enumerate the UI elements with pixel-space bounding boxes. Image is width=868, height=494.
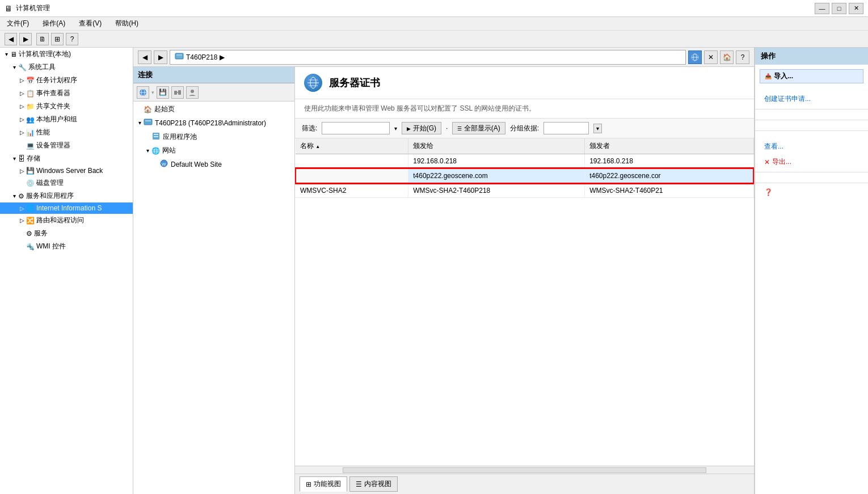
server-conn-icon <box>144 117 153 128</box>
tree-win-server-backup[interactable]: ▷ 💾 Windows Server Back <box>0 165 133 176</box>
table-row[interactable]: 192.168.0.218 192.168.0.218 <box>296 154 753 169</box>
col-name[interactable]: 名称 ▲ <box>296 138 408 154</box>
iis-globe-btn[interactable] <box>688 50 702 64</box>
services-icon: ⚙ <box>18 192 24 200</box>
tree-disk-manager[interactable]: 💿 磁盘管理 <box>0 176 133 189</box>
perf-icon: 📊 <box>26 129 35 137</box>
action-delete[interactable]: ✕ 导出... <box>755 154 868 170</box>
tree-task-scheduler[interactable]: ▷ 📅 任务计划程序 <box>0 74 133 87</box>
conn-globe-btn[interactable] <box>137 86 149 99</box>
conn-sites[interactable]: ▾ 🌐 网站 <box>133 144 294 157</box>
sep-5 <box>755 183 868 183</box>
services-arrow: ▾ <box>10 193 18 199</box>
start-button[interactable]: ▶ 开始(G) <box>402 122 441 134</box>
iis-home-btn[interactable]: 🏠 <box>720 50 734 64</box>
tree-services-apps[interactable]: ▾ ⚙ 服务和应用程序 <box>0 189 133 202</box>
filter-label: 筛选: <box>302 124 317 133</box>
conn-server[interactable]: ▾ T460P218 (T460P218\Administrator) <box>133 116 294 130</box>
home-button[interactable]: ⊞ <box>51 33 64 45</box>
action-create-cert-req[interactable] <box>755 86 868 91</box>
conn-default-site[interactable]: W Default Web Site <box>133 157 294 171</box>
action-create-domain-cert[interactable] <box>755 112 868 117</box>
tree-storage[interactable]: ▾ 🗄 存储 <box>0 152 133 165</box>
tree-iis[interactable]: ▷ 🌐 Internet Information S <box>0 202 133 214</box>
group-by-input[interactable] <box>543 122 589 134</box>
tree-local-users[interactable]: ▷ 👥 本地用户和组 <box>0 113 133 126</box>
conn-connect-btn[interactable] <box>171 86 184 99</box>
storage-icon: 🗄 <box>18 155 25 163</box>
conn-home[interactable]: 🏠 起始页 <box>133 103 294 116</box>
title-bar-controls[interactable]: — □ ✕ <box>815 3 863 14</box>
left-panel: ▾ 🖥 计算机管理(本地) ▾ 🔧 系统工具 ▷ 📅 任务计划程序 ▷ 📋 事件… <box>0 48 133 494</box>
table-row[interactable]: WMSVC-SHA2 WMSvc-SHA2-T460P218 WMSvc-SHA… <box>296 183 753 198</box>
table-header-row: 名称 ▲ 颁发给 颁发者 <box>296 138 753 154</box>
forward-button[interactable]: ▶ <box>19 33 32 45</box>
conn-app-pools[interactable]: 应用程序池 <box>133 130 294 144</box>
menu-file[interactable]: 文件(F) <box>5 18 31 29</box>
computer-icon: 🖥 <box>10 50 17 58</box>
sep-1 <box>755 109 868 109</box>
close-button[interactable]: ✕ <box>849 3 863 14</box>
show-all-button[interactable]: ☰ 全部显示(A) <box>452 122 505 134</box>
window-title: 计算机管理 <box>16 3 50 13</box>
connections-toolbar: ▾ 💾 <box>133 83 294 102</box>
maximize-button[interactable]: □ <box>832 3 846 14</box>
backup-icon: 💾 <box>26 167 35 175</box>
iis-help-btn[interactable]: ? <box>736 50 749 64</box>
menu-help[interactable]: 帮助(H) <box>113 18 141 29</box>
action-view[interactable] <box>755 133 868 139</box>
table-row-selected[interactable]: t460p222.geoscene.com t460p222.geoscene.… <box>296 168 753 183</box>
grid-icon: ⊞ <box>306 480 311 488</box>
action-create-self-signed[interactable] <box>755 123 868 128</box>
tree-root[interactable]: ▾ 🖥 计算机管理(本地) <box>0 48 133 61</box>
tab-content-view[interactable]: ☰ 内容视图 <box>349 476 398 492</box>
users-arrow: ▷ <box>18 116 26 123</box>
help-toolbar-button[interactable]: ? <box>66 33 78 45</box>
tree-services[interactable]: ⚙ 服务 <box>0 227 133 240</box>
cell-issued-to-1: t460p222.geoscene.com <box>408 168 585 183</box>
iis-back-button[interactable]: ◀ <box>138 50 151 64</box>
iis-close-btn[interactable]: ✕ <box>704 50 718 64</box>
action-complete-cert-req[interactable]: 创建证书申请... <box>755 91 868 107</box>
horizontal-scrollbar[interactable] <box>295 466 754 474</box>
actions-list: 📥 导入... 创建证书申请... 查看... <box>755 65 868 201</box>
action-export[interactable]: 查看... <box>755 139 868 154</box>
action-import[interactable]: 📥 导入... <box>760 69 863 83</box>
title-bar-left: 🖥 计算机管理 <box>5 3 50 13</box>
tree-backup-label: Windows Server Back <box>36 167 103 175</box>
tree-routing[interactable]: ▷ 🔀 路由和远程访问 <box>0 214 133 227</box>
cell-issued-by-0: 192.168.0.218 <box>585 154 753 169</box>
action-help[interactable]: ❓ <box>755 185 868 199</box>
tab-feature-view[interactable]: ⊞ 功能视图 <box>300 476 347 492</box>
iis-forward-button[interactable]: ▶ <box>154 50 167 64</box>
conn-server-label: T460P218 (T460P218\Administrator) <box>155 119 266 127</box>
conn-user-btn[interactable] <box>186 86 199 99</box>
tree-device-label: 设备管理器 <box>36 141 70 150</box>
col-issued-to[interactable]: 颁发给 <box>408 138 585 154</box>
backup-arrow: ▷ <box>18 168 26 174</box>
back-button[interactable]: ◀ <box>5 33 17 45</box>
tree-system-tools[interactable]: ▾ 🔧 系统工具 <box>0 61 133 74</box>
tree-device-manager[interactable]: 💻 设备管理器 <box>0 139 133 152</box>
users-icon: 👥 <box>26 116 35 124</box>
minimize-button[interactable]: — <box>815 3 829 14</box>
action-auto-rebind[interactable] <box>755 175 868 180</box>
menu-view[interactable]: 查看(V) <box>77 18 104 29</box>
tree-wmi[interactable]: 🔩 WMI 控件 <box>0 240 133 253</box>
menu-action[interactable]: 操作(A) <box>40 18 68 29</box>
conn-save-btn[interactable]: 💾 <box>157 86 169 99</box>
sep-3 <box>755 130 868 131</box>
tree-event-viewer[interactable]: ▷ 📋 事件查看器 <box>0 87 133 100</box>
play-icon: ▶ <box>407 126 411 132</box>
breadcrumb-arrow: ▶ <box>220 53 225 61</box>
filter-input[interactable] <box>322 122 390 134</box>
content-title-icon <box>304 74 322 92</box>
tree-users-label: 本地用户和组 <box>36 115 77 124</box>
svg-rect-1 <box>176 54 182 56</box>
col-issued-by[interactable]: 颁发者 <box>585 138 753 154</box>
tree-performance[interactable]: ▷ 📊 性能 <box>0 126 133 139</box>
conn-sites-label: 网站 <box>162 146 176 155</box>
refresh-button[interactable]: 🗎 <box>36 33 49 45</box>
tree-shared-folders[interactable]: ▷ 📁 共享文件夹 <box>0 100 133 113</box>
group-dropdown-btn[interactable]: ▾ <box>593 124 602 133</box>
